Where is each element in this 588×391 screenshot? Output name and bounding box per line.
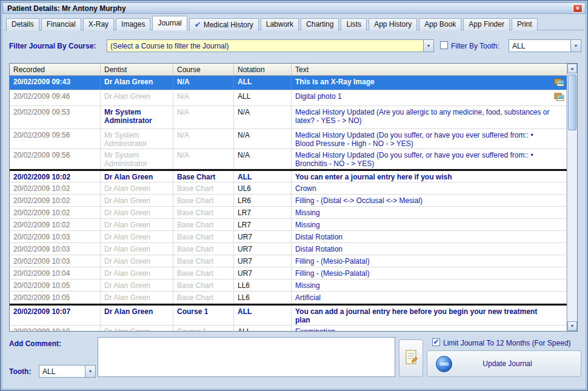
tab-app-history[interactable]: App History (369, 18, 417, 30)
journal-row[interactable]: 20/02/2009 10:05 Dr Alan Green Base Char… (10, 292, 567, 304)
journal-row[interactable]: 20/02/2009 09:53 Mr System Administrator… (10, 106, 567, 129)
tab-charting[interactable]: Charting (301, 18, 339, 30)
tooth-select-value: ALL (39, 366, 85, 377)
journal-row[interactable]: 20/02/2009 09:46 Dr Alan Green N/A ALL D… (10, 90, 567, 106)
text-cell: Filling - (Mesio-Palatal) (292, 255, 567, 267)
course-cell: Base Chart (173, 267, 234, 279)
dentist-cell: Dr Alan Green (101, 195, 173, 206)
update-journal-icon: SMS (436, 356, 452, 372)
text-cell: Medical History Updated (Are you allergi… (292, 106, 567, 129)
tab-app-finder[interactable]: App Finder (463, 18, 510, 30)
dentist-cell: Dr Alan Green (101, 182, 173, 194)
recorded-cell: 20/02/2009 10:02 (10, 195, 101, 206)
journal-group-row[interactable]: 20/02/2009 10:07 Dr Alan Green Course 1 … (10, 304, 567, 326)
photo-icon[interactable] (554, 92, 565, 102)
dentist-cell: Mr System Administrator (101, 129, 173, 149)
tab-journal[interactable]: Journal (152, 16, 187, 30)
course-cell: Base Chart (173, 255, 234, 267)
add-comment-label: Add Comment: (9, 339, 61, 348)
notation-cell: LR7 (234, 207, 292, 218)
journal-row[interactable]: 20/02/2009 09:43 Dr Alan Green N/A ALL T… (10, 76, 567, 90)
recorded-cell: 20/02/2009 10:10 (10, 326, 101, 331)
update-journal-button[interactable]: SMS Update Journal (427, 350, 581, 377)
recorded-cell: 20/02/2009 10:05 (10, 279, 101, 291)
course-cell: Base Chart (173, 231, 234, 242)
window-title: Patient Details: Mr Antony Murphy (7, 4, 573, 13)
filter-course-label: Filter Journal By Course: (9, 42, 96, 50)
close-icon[interactable]: × (573, 4, 583, 13)
chevron-down-icon[interactable]: ▼ (570, 40, 581, 52)
course-filter-value: (Select a Course to filter the Journal) (107, 40, 423, 52)
tab-medical-history[interactable]: ✔Medical History (189, 18, 259, 30)
notation-cell: N/A (234, 106, 292, 129)
text-cell: Filling - (Distal <-> Occlusal <-> Mesia… (292, 195, 567, 206)
dentist-cell: Mr System Administrator (101, 149, 173, 169)
column-header-text[interactable]: Text (292, 64, 567, 75)
scroll-down-icon[interactable]: ▼ (567, 321, 577, 331)
course-filter-combobox[interactable]: (Select a Course to filter the Journal) … (107, 39, 434, 52)
text-cell: Artificial (292, 292, 567, 303)
update-journal-label: Update Journal (452, 359, 563, 368)
journal-row[interactable]: 20/02/2009 10:03 Dr Alan Green Base Char… (10, 255, 567, 267)
dentist-cell: Dr Alan Green (101, 231, 173, 242)
notation-cell: UR7 (234, 243, 292, 255)
journal-row[interactable]: 20/02/2009 09:56 Mr System Administrator… (10, 129, 567, 149)
tab-label: Medical History (204, 21, 253, 29)
text-cell: Examination (292, 326, 567, 331)
vertical-scrollbar[interactable]: ▲ ▼ (567, 64, 577, 331)
tab-financial[interactable]: Financial (41, 18, 81, 30)
text-cell: You can enter a journal entry here if yo… (292, 171, 567, 182)
column-header-notation[interactable]: Notation (234, 64, 292, 75)
chevron-down-icon[interactable]: ▼ (423, 40, 433, 52)
journal-row[interactable]: 20/02/2009 10:05 Dr Alan Green Base Char… (10, 279, 567, 292)
dentist-cell: Dr Alan Green (101, 326, 173, 331)
journal-row[interactable]: 20/02/2009 10:10 Dr Alan Green Course 1 … (10, 326, 567, 331)
notation-cell: ALL (234, 171, 292, 182)
tab-images[interactable]: Images (116, 18, 150, 30)
dentist-cell: Dr Alan Green (101, 306, 173, 325)
course-cell: Base Chart (173, 292, 234, 303)
tab-app-book[interactable]: App Book (419, 18, 461, 30)
tooth-select[interactable]: ALL ▼ (39, 365, 96, 378)
scrollbar-thumb[interactable] (568, 75, 576, 130)
journal-row[interactable]: 20/02/2009 09:56 Mr System Administrator… (10, 149, 567, 169)
tab-labwork[interactable]: Labwork (261, 18, 299, 30)
titlebar[interactable]: Patient Details: Mr Antony Murphy × (2, 2, 586, 14)
tab-print[interactable]: Print (512, 18, 538, 30)
text-cell: This is an X-Ray Image (292, 76, 567, 90)
tab-xray[interactable]: X-Ray (83, 18, 114, 30)
limit-journal-checkbox[interactable]: ✔ (432, 338, 440, 346)
journal-row[interactable]: 20/02/2009 10:02 Dr Alan Green Base Char… (10, 195, 567, 207)
journal-row[interactable]: 20/02/2009 10:02 Dr Alan Green Base Char… (10, 219, 567, 231)
journal-group-row[interactable]: 20/02/2009 10:02 Dr Alan Green Base Char… (10, 169, 567, 182)
notation-cell: UL6 (234, 182, 292, 194)
checkmark-icon: ✔ (433, 339, 439, 346)
journal-row[interactable]: 20/02/2009 10:02 Dr Alan Green Base Char… (10, 207, 567, 219)
notation-cell: ALL (234, 90, 292, 105)
column-header-recorded[interactable]: Recorded (10, 64, 101, 75)
photo-icon[interactable] (554, 77, 565, 88)
journal-row[interactable]: 20/02/2009 10:04 Dr Alan Green Base Char… (10, 267, 567, 279)
column-header-dentist[interactable]: Dentist (101, 64, 173, 75)
dentist-cell: Dr Alan Green (101, 219, 173, 230)
dentist-cell: Dr Alan Green (101, 292, 173, 303)
tooth-filter-combobox[interactable]: ALL ▼ (509, 39, 581, 52)
recorded-cell: 20/02/2009 10:02 (10, 171, 101, 182)
notation-cell: UR7 (234, 255, 292, 267)
tab-lists[interactable]: Lists (341, 18, 367, 30)
journal-row[interactable]: 20/02/2009 10:02 Dr Alan Green Base Char… (10, 182, 567, 195)
journal-note-button[interactable] (399, 339, 423, 377)
journal-row[interactable]: 20/02/2009 10:03 Dr Alan Green Base Char… (10, 243, 567, 255)
recorded-cell: 20/02/2009 09:43 (10, 76, 101, 90)
journal-row[interactable]: 20/02/2009 10:03 Dr Alan Green Base Char… (10, 231, 567, 243)
scroll-up-icon[interactable]: ▲ (567, 64, 577, 73)
chevron-down-icon[interactable]: ▼ (85, 366, 95, 377)
comment-input[interactable] (98, 337, 395, 377)
column-header-course[interactable]: Course (173, 64, 234, 75)
notation-cell: ALL (234, 306, 292, 325)
notation-cell: LL6 (234, 279, 292, 291)
dentist-cell: Dr Alan Green (101, 255, 173, 267)
filter-by-tooth-checkbox[interactable] (440, 41, 448, 49)
recorded-cell: 20/02/2009 10:02 (10, 182, 101, 194)
tab-details[interactable]: Details (6, 18, 39, 30)
